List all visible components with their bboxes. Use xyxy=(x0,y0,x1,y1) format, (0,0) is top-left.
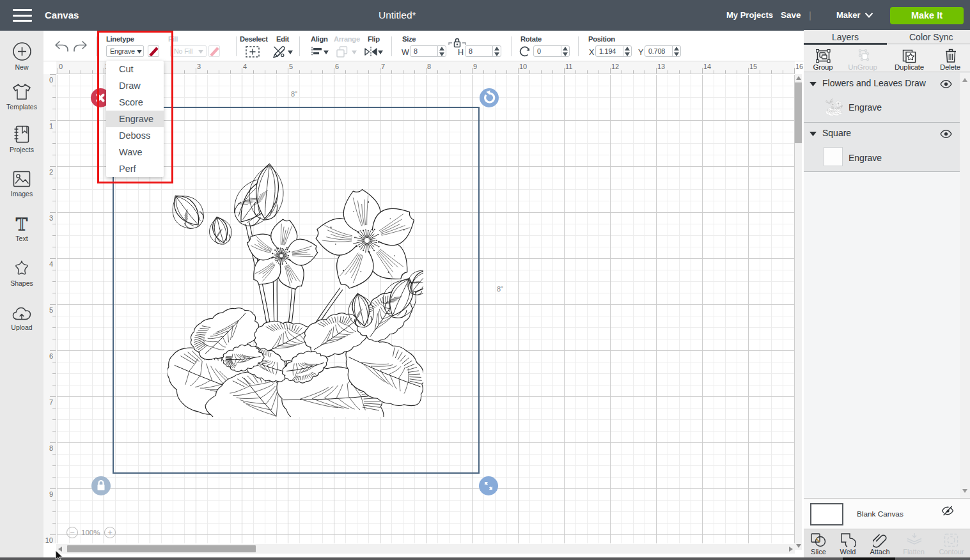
svg-text:T: T xyxy=(16,215,27,232)
